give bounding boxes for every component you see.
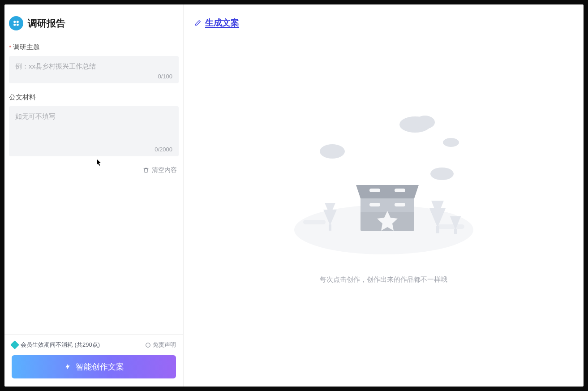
lightning-icon <box>64 362 71 371</box>
main-body: 每次点击创作，创作出来的作品都不一样哦 <box>184 33 584 387</box>
material-input-wrap: 0/2000 <box>9 106 179 156</box>
svg-rect-15 <box>454 229 457 234</box>
create-button-label: 智能创作文案 <box>76 361 124 372</box>
points-info: 会员生效期间不消耗 (共290点) <box>12 341 100 349</box>
clear-content-label: 清空内容 <box>152 166 177 174</box>
svg-point-2 <box>13 24 16 26</box>
svg-rect-6 <box>303 220 326 224</box>
svg-rect-7 <box>438 224 464 229</box>
edit-icon <box>194 19 202 26</box>
clear-content-button[interactable]: 清空内容 <box>9 166 179 174</box>
points-text: 会员生效期间不消耗 (共290点) <box>21 341 100 349</box>
right-panel: 生成文案 <box>184 4 584 387</box>
material-label: 公文材料 <box>9 93 179 102</box>
svg-point-8 <box>320 144 345 159</box>
material-char-count: 0/2000 <box>15 146 172 153</box>
sidebar-body: * 调研主题 0/100 公文材料 0/2000 清空内容 <box>4 35 183 334</box>
topic-char-count: 0/100 <box>15 73 172 80</box>
empty-state-illustration <box>290 109 478 257</box>
main-header: 生成文案 <box>184 4 584 33</box>
svg-rect-19 <box>395 189 405 192</box>
topic-input-wrap: 0/100 <box>9 56 179 83</box>
topic-label: * 调研主题 <box>9 43 179 52</box>
svg-rect-18 <box>369 189 380 192</box>
svg-point-1 <box>17 21 19 23</box>
svg-rect-13 <box>329 224 331 231</box>
topic-label-text: 调研主题 <box>13 43 40 52</box>
info-icon <box>145 342 151 348</box>
left-panel: 调研报告 * 调研主题 0/100 公文材料 0/2000 <box>4 4 184 387</box>
svg-point-10 <box>415 116 435 129</box>
svg-point-12 <box>430 168 454 180</box>
svg-rect-20 <box>369 203 380 206</box>
svg-rect-14 <box>436 226 439 233</box>
trash-icon <box>143 167 149 173</box>
create-button[interactable]: 智能创作文案 <box>12 355 176 378</box>
app-logo-icon <box>9 16 23 30</box>
disclaimer-text: 免责声明 <box>153 341 176 349</box>
sidebar-footer: 会员生效期间不消耗 (共290点) 免责声明 智能创作文案 <box>4 334 183 387</box>
svg-point-3 <box>17 24 19 26</box>
sidebar-title: 调研报告 <box>28 17 65 30</box>
footer-info-row: 会员生效期间不消耗 (共290点) 免责声明 <box>12 341 176 349</box>
main-header-title[interactable]: 生成文案 <box>205 17 239 29</box>
required-star-icon: * <box>9 44 11 51</box>
disclaimer-link[interactable]: 免责声明 <box>145 341 176 349</box>
svg-point-0 <box>13 21 16 23</box>
material-label-text: 公文材料 <box>9 93 36 102</box>
app-frame: 调研报告 * 调研主题 0/100 公文材料 0/2000 <box>4 4 584 387</box>
sidebar-header: 调研报告 <box>4 4 183 35</box>
svg-rect-21 <box>395 203 405 206</box>
svg-point-11 <box>443 138 459 147</box>
empty-state-text: 每次点击创作，创作出来的作品都不一样哦 <box>320 275 447 284</box>
material-textarea[interactable] <box>15 112 172 135</box>
diamond-icon <box>10 340 19 349</box>
topic-input[interactable] <box>15 62 172 70</box>
